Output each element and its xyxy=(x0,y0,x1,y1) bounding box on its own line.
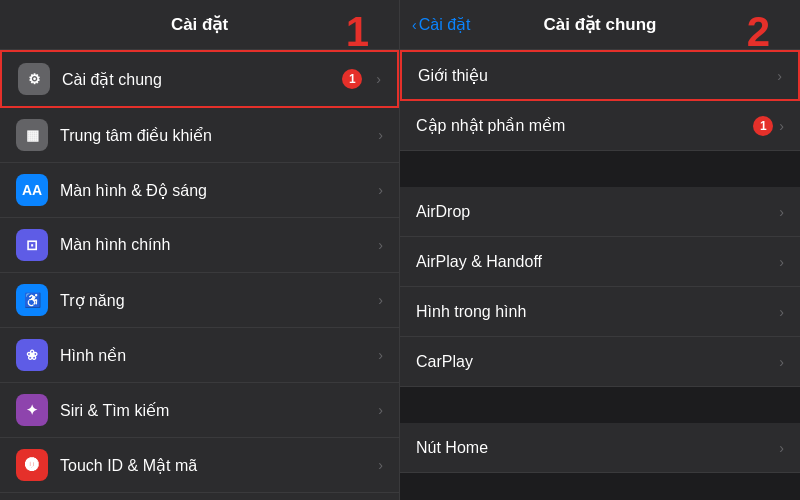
left-item-general[interactable]: ⚙ Cài đặt chung 1 › xyxy=(0,50,399,108)
badge-general: 1 xyxy=(342,69,362,89)
chevron-about: › xyxy=(777,68,782,84)
badge-software-update: 1 xyxy=(753,116,773,136)
right-item-software-update[interactable]: Cập nhật phần mềm 1 › xyxy=(400,101,800,151)
left-item-control-center[interactable]: ▦ Trung tâm điều khiển › xyxy=(0,108,399,163)
left-item-display[interactable]: AA Màn hình & Độ sáng › xyxy=(0,163,399,218)
icon-display: AA xyxy=(16,174,48,206)
left-title: Cài đặt xyxy=(171,15,228,34)
label-pip: Hình trong hình xyxy=(416,303,779,321)
left-header: Cài đặt xyxy=(0,0,399,50)
icon-general: ⚙ xyxy=(18,63,50,95)
label-display: Màn hình & Độ sáng xyxy=(60,181,370,200)
chevron-siri: › xyxy=(378,402,383,418)
chevron-general: › xyxy=(376,71,381,87)
label-airplay: AirPlay & Handoff xyxy=(416,253,779,271)
left-item-home-screen[interactable]: ⊡ Màn hình chính › xyxy=(0,218,399,273)
label-airdrop: AirDrop xyxy=(416,203,779,221)
right-item-home-button[interactable]: Nút Home › xyxy=(400,423,800,473)
back-label: Cài đặt xyxy=(419,15,471,34)
chevron-display: › xyxy=(378,182,383,198)
back-button[interactable]: ‹ Cài đặt xyxy=(412,15,470,34)
label-siri: Siri & Tìm kiếm xyxy=(60,401,370,420)
icon-touchid: ⓿ xyxy=(16,449,48,481)
right-header: ‹ Cài đặt Cài đặt chung xyxy=(400,0,800,50)
label-home-screen: Màn hình chính xyxy=(60,236,370,254)
label-about: Giới thiệu xyxy=(418,66,777,85)
right-item-about[interactable]: Giới thiệu › xyxy=(400,50,800,101)
icon-siri: ✦ xyxy=(16,394,48,426)
left-item-wallpaper[interactable]: ❀ Hình nền › xyxy=(0,328,399,383)
left-panel: Cài đặt ⚙ Cài đặt chung 1 › ▦ Trung tâm … xyxy=(0,0,400,500)
right-title: Cài đặt chung xyxy=(544,14,657,35)
chevron-home-button: › xyxy=(779,440,784,456)
label-touchid: Touch ID & Mật mã xyxy=(60,456,370,475)
left-item-siri[interactable]: ✦ Siri & Tìm kiếm › xyxy=(0,383,399,438)
label-general: Cài đặt chung xyxy=(62,70,342,89)
label-software-update: Cập nhật phần mềm xyxy=(416,116,753,135)
chevron-control-center: › xyxy=(378,127,383,143)
right-item-airplay[interactable]: AirPlay & Handoff › xyxy=(400,237,800,287)
left-settings-list: ⚙ Cài đặt chung 1 › ▦ Trung tâm điều khi… xyxy=(0,50,399,500)
left-item-sos[interactable]: SOS SOS khẩn cấp › xyxy=(0,493,399,500)
chevron-touchid: › xyxy=(378,457,383,473)
chevron-airplay: › xyxy=(779,254,784,270)
chevron-airdrop: › xyxy=(779,204,784,220)
left-item-touchid[interactable]: ⓿ Touch ID & Mật mã › xyxy=(0,438,399,493)
label-home-button: Nút Home xyxy=(416,439,779,457)
label-wallpaper: Hình nền xyxy=(60,346,370,365)
label-control-center: Trung tâm điều khiển xyxy=(60,126,370,145)
icon-wallpaper: ❀ xyxy=(16,339,48,371)
left-item-accessibility[interactable]: ♿ Trợ năng › xyxy=(0,273,399,328)
right-item-pip[interactable]: Hình trong hình › xyxy=(400,287,800,337)
icon-accessibility: ♿ xyxy=(16,284,48,316)
chevron-software-update: › xyxy=(779,118,784,134)
chevron-carplay: › xyxy=(779,354,784,370)
right-item-carplay[interactable]: CarPlay › xyxy=(400,337,800,387)
chevron-accessibility: › xyxy=(378,292,383,308)
chevron-left-icon: ‹ xyxy=(412,17,417,33)
right-item-airdrop[interactable]: AirDrop › xyxy=(400,187,800,237)
group-separator-0 xyxy=(400,151,800,187)
icon-home-screen: ⊡ xyxy=(16,229,48,261)
label-accessibility: Trợ năng xyxy=(60,291,370,310)
right-settings-list: Giới thiệu › Cập nhật phần mềm 1 › AirDr… xyxy=(400,50,800,500)
chevron-pip: › xyxy=(779,304,784,320)
chevron-wallpaper: › xyxy=(378,347,383,363)
icon-control-center: ▦ xyxy=(16,119,48,151)
right-panel: ‹ Cài đặt Cài đặt chung Giới thiệu › Cập… xyxy=(400,0,800,500)
label-carplay: CarPlay xyxy=(416,353,779,371)
group-separator-1 xyxy=(400,387,800,423)
chevron-home-screen: › xyxy=(378,237,383,253)
